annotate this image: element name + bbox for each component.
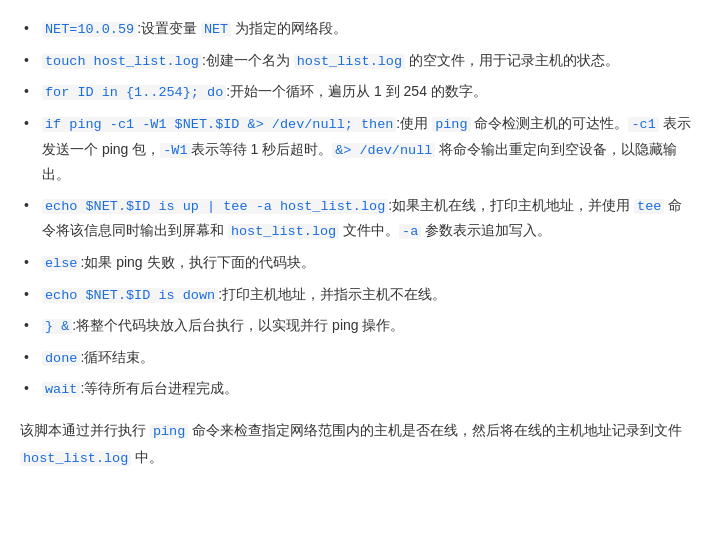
- list-item: • echo $NET.$ID is up | tee -a host_list…: [20, 193, 694, 244]
- code-inline: ping: [432, 117, 470, 132]
- code-inline: for ID in {1..254}; do: [42, 85, 226, 100]
- bullet-text: echo $NET.$ID is up | tee -a host_list.l…: [42, 193, 694, 244]
- summary-paragraph: 该脚本通过并行执行 ping 命令来检查指定网络范围内的主机是否在线，然后将在线…: [20, 418, 694, 472]
- code-inline: echo $NET.$ID is up | tee -a host_list.l…: [42, 199, 388, 214]
- code-inline: } &: [42, 319, 72, 334]
- list-item: • NET=10.0.59:设置变量 NET 为指定的网络段。: [20, 16, 694, 42]
- code-inline: wait: [42, 382, 80, 397]
- bullet-dot: •: [24, 313, 42, 338]
- bullet-text: else:如果 ping 失败，执行下面的代码块。: [42, 250, 694, 276]
- bullet-text: for ID in {1..254}; do:开始一个循环，遍历从 1 到 25…: [42, 79, 694, 105]
- list-item: • done:循环结束。: [20, 345, 694, 371]
- code-inline: else: [42, 256, 80, 271]
- list-item: • touch host_list.log:创建一个名为 host_list.l…: [20, 48, 694, 74]
- bullet-dot: •: [24, 193, 42, 218]
- code-inline: NET: [201, 22, 231, 37]
- bullet-text: done:循环结束。: [42, 345, 694, 371]
- code-inline: if ping -c1 -W1 $NET.$ID &> /dev/null; t…: [42, 117, 396, 132]
- code-inline: echo $NET.$ID is down: [42, 288, 218, 303]
- bullet-dot: •: [24, 282, 42, 307]
- code-inline: done: [42, 351, 80, 366]
- list-item: • for ID in {1..254}; do:开始一个循环，遍历从 1 到 …: [20, 79, 694, 105]
- bullet-dot: •: [24, 16, 42, 41]
- bullet-text: if ping -c1 -W1 $NET.$ID &> /dev/null; t…: [42, 111, 694, 187]
- code-ping: ping: [150, 424, 188, 439]
- bullet-dot: •: [24, 48, 42, 73]
- bullet-dot: •: [24, 345, 42, 370]
- code-inline: host_list.log: [228, 224, 339, 239]
- bullet-dot: •: [24, 111, 42, 136]
- bullet-list: • NET=10.0.59:设置变量 NET 为指定的网络段。 • touch …: [20, 16, 694, 402]
- bullet-dot: •: [24, 250, 42, 275]
- code-inline: -c1: [628, 117, 658, 132]
- code-inline: -W1: [160, 143, 190, 158]
- content-area: • NET=10.0.59:设置变量 NET 为指定的网络段。 • touch …: [20, 16, 694, 472]
- list-item: • wait:等待所有后台进程完成。: [20, 376, 694, 402]
- bullet-dot: •: [24, 79, 42, 104]
- code-inline: -a: [399, 224, 421, 239]
- list-item: • echo $NET.$ID is down:打印主机地址，并指示主机不在线。: [20, 282, 694, 308]
- bullet-text: echo $NET.$ID is down:打印主机地址，并指示主机不在线。: [42, 282, 694, 308]
- list-item: • else:如果 ping 失败，执行下面的代码块。: [20, 250, 694, 276]
- list-item: • if ping -c1 -W1 $NET.$ID &> /dev/null;…: [20, 111, 694, 187]
- code-inline: tee: [634, 199, 664, 214]
- bullet-text: } &:将整个代码块放入后台执行，以实现并行 ping 操作。: [42, 313, 694, 339]
- code-inline: NET=10.0.59: [42, 22, 137, 37]
- bullet-dot: •: [24, 376, 42, 401]
- code-inline: touch host_list.log: [42, 54, 202, 69]
- code-inline: host_list.log: [294, 54, 405, 69]
- code-inline: &> /dev/null: [332, 143, 435, 158]
- bullet-text: NET=10.0.59:设置变量 NET 为指定的网络段。: [42, 16, 694, 42]
- code-file: host_list.log: [20, 451, 131, 466]
- bullet-text: wait:等待所有后台进程完成。: [42, 376, 694, 402]
- bullet-text: touch host_list.log:创建一个名为 host_list.log…: [42, 48, 694, 74]
- list-item: • } &:将整个代码块放入后台执行，以实现并行 ping 操作。: [20, 313, 694, 339]
